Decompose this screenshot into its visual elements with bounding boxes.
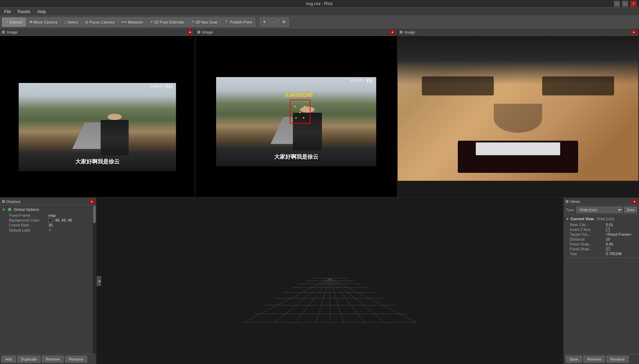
save-view-button[interactable]: Save bbox=[566, 356, 582, 363]
invert-z-label: Invert Z Axis bbox=[570, 227, 604, 232]
crosshair-button[interactable]: ✛ bbox=[260, 18, 269, 27]
zero-button[interactable]: Zero bbox=[624, 207, 637, 213]
publish-point-button[interactable]: 📍 Publish Point bbox=[221, 18, 255, 27]
pose-estimate-button[interactable]: ↗ 2D Pose Estimate bbox=[147, 18, 187, 27]
image-panels: Image ● 发现的星仔 ▌▌▌ 大家好 bbox=[0, 28, 639, 198]
image-panel-2: Image ● bbox=[195, 28, 398, 197]
panel-2-header: Image ● bbox=[195, 28, 397, 36]
frame-rate-value: 30 bbox=[48, 223, 91, 227]
collapse-arrow[interactable]: ◀ bbox=[97, 276, 101, 286]
displays-buttons: Add Duplicate Remove Rename bbox=[0, 354, 96, 364]
yaw-value: 0.785398 bbox=[606, 252, 622, 256]
nav-icon: ↗ bbox=[191, 20, 194, 24]
minus-button[interactable]: − bbox=[270, 18, 278, 27]
near-clip-row: Near Clip ... 0.01 bbox=[566, 222, 637, 227]
restore-button[interactable]: □ bbox=[622, 1, 628, 7]
invert-z-checkbox[interactable] bbox=[606, 227, 610, 232]
landmark-dot-1 bbox=[294, 106, 296, 107]
landmark-dot-2 bbox=[304, 106, 305, 107]
displays-scroll-thumb bbox=[93, 206, 96, 223]
panel-3-close[interactable]: ● bbox=[631, 30, 636, 35]
focal-shape-2-label: Focal Shap... bbox=[570, 247, 604, 251]
panel-2-content: 0.84103245 发现的星仔 ▌▌▌ 大家好啊我是徐云 bbox=[195, 36, 397, 197]
main-content: Image ● 发现的星仔 ▌▌▌ 大家好 bbox=[0, 28, 639, 364]
default-light-label: Default Light bbox=[9, 228, 47, 232]
image-panel-1: Image ● 发现的星仔 ▌▌▌ 大家好 bbox=[0, 28, 195, 197]
target-frame-label: Target Fra... bbox=[570, 232, 604, 236]
target-frame-row: Target Fra... <Fixed Frame> bbox=[566, 232, 637, 237]
displays-inner: ▼ Global Options Fixed Frame map Backgro… bbox=[0, 205, 96, 354]
focal-shape-2-row: Focal Shap... ✓ bbox=[566, 246, 637, 251]
orbit-type-label: Orbit (rviz) bbox=[597, 217, 614, 221]
minimize-button[interactable]: ─ bbox=[614, 1, 620, 7]
rename-view-button[interactable]: Rename bbox=[606, 356, 629, 363]
expand-icon: ▼ bbox=[2, 208, 6, 212]
subtitle-1: 大家好啊我是徐云 bbox=[75, 158, 120, 166]
add-button[interactable]: Add bbox=[1, 356, 16, 363]
panel-2-drag-handle bbox=[197, 31, 200, 34]
face-closeup bbox=[398, 36, 638, 197]
displays-scrollbar[interactable] bbox=[93, 205, 96, 354]
menu-panels[interactable]: Panels bbox=[15, 9, 33, 15]
fixed-frame-row: Fixed Frame map bbox=[9, 213, 91, 218]
landmark-dot-5 bbox=[303, 117, 304, 119]
watermark-2: 发现的星仔 ▌▌▌ bbox=[350, 78, 373, 83]
bg-color-label: Background Color bbox=[9, 218, 47, 222]
measure-button[interactable]: ⟺ Measure bbox=[118, 18, 146, 27]
panel-2-close[interactable]: ● bbox=[390, 30, 395, 35]
image-panel-3: Image ● bbox=[398, 28, 639, 197]
open-mouth bbox=[458, 141, 578, 173]
views-close[interactable]: ● bbox=[632, 199, 637, 204]
video-frame-2: 0.84103245 发现的星仔 ▌▌▌ 大家好啊我是徐云 bbox=[216, 77, 376, 166]
distance-row: Distance 10 bbox=[566, 237, 637, 242]
frame-rate-label: Frame Rate bbox=[9, 223, 47, 227]
menu-bar: File Panels Help bbox=[0, 8, 639, 16]
panel-3-header: Image ● bbox=[398, 28, 638, 36]
duplicate-button[interactable]: Duplicate bbox=[17, 356, 41, 363]
move-camera-icon: ⊕ bbox=[29, 20, 33, 24]
detection-score: 0.84103245 bbox=[285, 92, 313, 98]
landmark-dot-4 bbox=[295, 117, 297, 119]
svg-line-14 bbox=[330, 278, 344, 323]
select-button[interactable]: □ Select bbox=[61, 18, 81, 27]
title-bar: img.rviz - RViz ─ □ ✕ bbox=[0, 0, 639, 8]
measure-icon: ⟺ bbox=[121, 20, 127, 24]
title-text: img.rviz - RViz bbox=[306, 1, 333, 6]
target-frame-value: <Fixed Frame> bbox=[606, 232, 632, 236]
nav-goal-button[interactable]: ↗ 2D Nav Goal bbox=[188, 18, 220, 27]
fixed-frame-value: map bbox=[48, 213, 91, 217]
frame-rate-row: Frame Rate 30 bbox=[9, 223, 91, 227]
menu-file[interactable]: File bbox=[1, 9, 13, 15]
views-type-row: Type: Orbit (rviz) Zero bbox=[564, 205, 639, 215]
current-view-header: ▼ Current View Orbit (rviz) bbox=[566, 216, 637, 222]
current-view-label: Current View bbox=[571, 217, 594, 221]
global-options-item[interactable]: ▼ Global Options bbox=[1, 207, 92, 212]
rename-display-button[interactable]: Rename bbox=[65, 356, 87, 363]
remove-display-button[interactable]: Remove bbox=[42, 356, 64, 363]
left-eye bbox=[422, 76, 494, 96]
title-bar-controls: ─ □ ✕ bbox=[614, 1, 636, 7]
person-1 bbox=[101, 120, 129, 155]
remove-view-button[interactable]: Remove bbox=[583, 356, 605, 363]
head-1 bbox=[108, 114, 122, 120]
menu-help[interactable]: Help bbox=[35, 9, 49, 15]
near-clip-label: Near Clip ... bbox=[570, 223, 604, 227]
interact-button[interactable]: ☞ Interact bbox=[2, 18, 26, 27]
panel-1-title: Image bbox=[7, 30, 18, 34]
panel-3-content bbox=[398, 36, 638, 197]
focal-shape-2-checkbox[interactable]: ✓ bbox=[606, 247, 610, 251]
panel-1-close[interactable]: ● bbox=[188, 30, 193, 35]
displays-panel: Displays ● ▼ Global Options Fixed Frame bbox=[0, 198, 97, 364]
move-camera-button[interactable]: ⊕ Move Camera bbox=[26, 18, 61, 27]
close-button[interactable]: ✕ bbox=[631, 1, 636, 7]
type-select[interactable]: Orbit (rviz) bbox=[576, 207, 623, 213]
global-options-label: Global Options bbox=[14, 207, 39, 212]
bottom-section: Displays ● ▼ Global Options Fixed Frame bbox=[0, 198, 639, 364]
focus-camera-button[interactable]: ◎ Focus Camera bbox=[82, 18, 118, 27]
face-detection-box: 0.84103245 bbox=[290, 100, 311, 124]
3d-view[interactable] bbox=[97, 198, 563, 364]
displays-close[interactable]: ● bbox=[89, 199, 94, 204]
global-options-icon bbox=[8, 208, 11, 211]
settings-button[interactable]: ⚙ bbox=[279, 18, 289, 27]
right-eye bbox=[542, 76, 614, 96]
